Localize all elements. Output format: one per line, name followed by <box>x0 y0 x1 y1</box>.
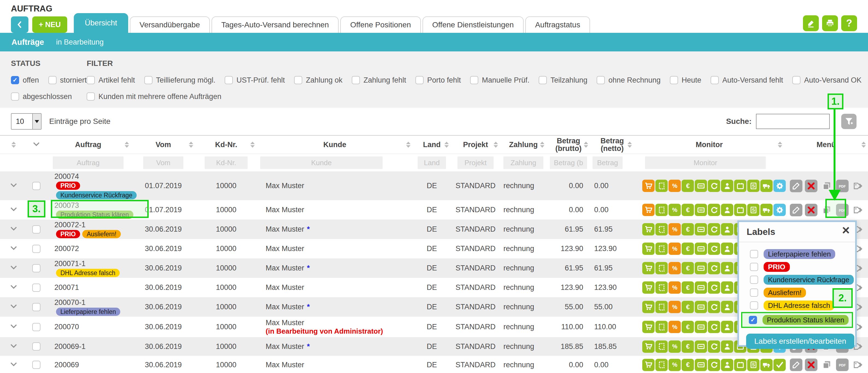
print-button[interactable] <box>822 15 838 31</box>
monitor-shipping-icon[interactable] <box>760 359 773 371</box>
monitor-cart-icon[interactable] <box>642 204 655 216</box>
monitor-percent-icon[interactable]: % <box>669 204 681 216</box>
checkbox-abgeschlossen[interactable] <box>11 92 19 101</box>
row-checkbox[interactable] <box>32 361 40 369</box>
filter-ohne-rechnung[interactable]: ohne Rechnung <box>597 76 660 85</box>
monitor-percent-icon[interactable]: % <box>669 180 681 192</box>
popup-label-checkbox[interactable] <box>750 302 758 310</box>
expand-row-button[interactable] <box>0 258 27 278</box>
menu-delete-button[interactable] <box>805 204 817 216</box>
row-checkbox[interactable] <box>32 182 40 190</box>
menu-label-button[interactable] <box>851 180 865 192</box>
close-icon[interactable]: × <box>842 224 850 237</box>
monitor-invoice-icon[interactable] <box>695 262 707 274</box>
monitor-cart-icon[interactable] <box>642 281 655 294</box>
bulk-select-chevron-icon[interactable] <box>32 139 41 150</box>
sort-icon[interactable] <box>627 142 632 148</box>
checkbox-teilzahlung[interactable] <box>539 76 547 84</box>
column-header-netto[interactable]: Betrag (netto) <box>590 136 634 154</box>
monitor-cart-icon[interactable] <box>642 242 655 255</box>
tab-offene-dienstleistungen[interactable]: Offene Dienstleistungen <box>423 17 524 33</box>
column-header-land[interactable]: Land <box>413 136 451 154</box>
expand-row-button[interactable] <box>0 297 27 317</box>
monitor-customer-icon[interactable] <box>721 281 733 294</box>
row-checkbox[interactable] <box>32 225 40 233</box>
filter-zahlung-fehlt[interactable]: Zahlung fehlt <box>352 76 406 85</box>
row-checkbox[interactable] <box>32 284 40 292</box>
monitor-done-icon[interactable] <box>773 359 786 371</box>
sort-icon[interactable] <box>444 142 449 148</box>
checkbox-manuelle-pr-f[interactable] <box>470 76 478 84</box>
monitor-refresh-icon[interactable] <box>708 321 720 333</box>
monitor-refresh-icon[interactable] <box>708 341 720 353</box>
monitor-article-icon[interactable] <box>655 242 668 255</box>
monitor-cart-icon[interactable] <box>642 359 655 371</box>
monitor-euro-icon[interactable]: € <box>682 341 694 353</box>
expand-row-button[interactable] <box>0 337 27 356</box>
filter-kunden-mit-mehrere-offene-auftr-gen[interactable]: Kunden mit mehrere offene Aufträgen <box>87 92 221 101</box>
monitor-percent-icon[interactable]: % <box>669 301 681 313</box>
column-header-monitor[interactable]: Monitor <box>634 136 784 154</box>
monitor-settings-icon[interactable] <box>773 180 786 192</box>
popup-label-checkbox[interactable] <box>750 288 758 297</box>
monitor-cart-icon[interactable] <box>642 341 655 353</box>
filter-auto-versand-fehlt[interactable]: Auto-Versand fehlt <box>711 76 783 85</box>
monitor-customer-icon[interactable] <box>721 359 733 371</box>
monitor-invoice-icon[interactable] <box>695 321 707 333</box>
page-size-select[interactable]: 10 <box>11 113 41 130</box>
monitor-percent-icon[interactable]: % <box>669 341 681 353</box>
expand-row-button[interactable] <box>0 317 27 337</box>
monitor-calendar-icon[interactable] <box>734 180 746 192</box>
monitor-article-icon[interactable] <box>655 359 668 371</box>
checkbox-ust-pr-f-fehlt[interactable] <box>225 76 233 84</box>
filter-porto-fehlt[interactable]: Porto fehlt <box>415 76 461 85</box>
expand-row-button[interactable] <box>0 171 27 200</box>
popup-label-checkbox[interactable] <box>750 250 758 258</box>
column-header-projekt[interactable]: Projekt <box>451 136 500 154</box>
checkbox-artikel-fehlt[interactable] <box>87 76 95 84</box>
monitor-percent-icon[interactable]: % <box>669 262 681 274</box>
monitor-refresh-icon[interactable] <box>708 301 720 313</box>
column-filter-input-kdnr[interactable]: Kd-Nr. <box>205 156 248 169</box>
monitor-customer-icon[interactable] <box>721 242 733 255</box>
menu-edit-button[interactable] <box>790 180 802 192</box>
monitor-invoice-icon[interactable] <box>695 341 707 353</box>
monitor-customer-icon[interactable] <box>721 341 733 353</box>
monitor-article-icon[interactable] <box>655 341 668 353</box>
tab-auftragstatus[interactable]: Auftragstatus <box>525 17 590 33</box>
monitor-refresh-icon[interactable] <box>708 223 720 235</box>
new-order-button[interactable]: + NEU <box>32 17 67 33</box>
checkbox-offen[interactable]: ✓ <box>11 76 19 84</box>
checkbox-zahlung-fehlt[interactable] <box>352 76 360 84</box>
filter-auto-versand-ok[interactable]: Auto-Versand OK <box>792 76 862 85</box>
sort-icon[interactable] <box>125 142 129 148</box>
status-storniert[interactable]: storniert <box>49 76 87 85</box>
monitor-percent-icon[interactable]: % <box>669 223 681 235</box>
popup-label-row-prio[interactable]: PRIO <box>741 261 853 273</box>
menu-label-button[interactable] <box>851 204 865 216</box>
sort-icon[interactable] <box>584 142 588 148</box>
checkbox-storniert[interactable] <box>49 76 57 84</box>
monitor-percent-icon[interactable]: % <box>669 359 681 371</box>
popup-label-checkbox[interactable] <box>750 276 758 284</box>
expand-row-button[interactable] <box>0 220 27 239</box>
monitor-article-icon[interactable] <box>655 180 668 192</box>
column-filter-input-monitor[interactable]: Monitor <box>645 156 766 169</box>
monitor-customer-icon[interactable] <box>721 262 733 274</box>
row-checkbox[interactable] <box>32 342 40 351</box>
popup-label-checkbox[interactable]: ✓ <box>749 316 757 324</box>
column-filter-input-projekt[interactable]: Projekt <box>458 156 494 169</box>
checkbox-porto-fehlt[interactable] <box>415 76 424 84</box>
monitor-refresh-icon[interactable] <box>708 242 720 255</box>
monitor-percent-icon[interactable]: % <box>669 281 681 294</box>
monitor-settings-icon[interactable] <box>773 204 786 216</box>
row-checkbox[interactable] <box>32 245 40 253</box>
checkbox-auto-versand-ok[interactable] <box>792 76 801 84</box>
column-filter-input-vom[interactable]: Vom <box>143 156 183 169</box>
labels-edit-button[interactable]: Labels erstellen/bearbeiten <box>746 334 854 349</box>
column-header-kdnr[interactable]: Kd-Nr. <box>195 136 257 154</box>
monitor-cart-icon[interactable] <box>642 223 655 235</box>
monitor-cart-icon[interactable] <box>642 321 655 333</box>
monitor-shipping-icon[interactable] <box>760 204 773 216</box>
monitor-euro-icon[interactable]: € <box>682 204 694 216</box>
